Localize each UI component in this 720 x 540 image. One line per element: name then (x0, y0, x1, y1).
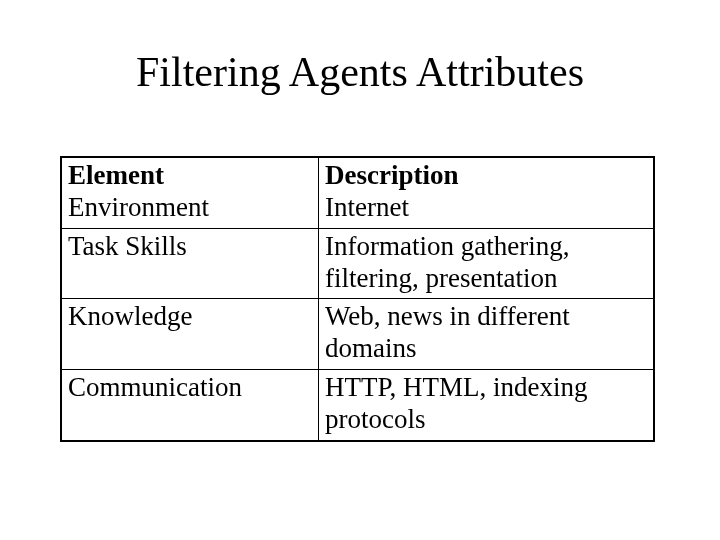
header-description: Description (318, 157, 654, 192)
cell-element: Task Skills (61, 228, 318, 299)
cell-element: Environment (61, 192, 318, 228)
table-row: Communication HTTP, HTML, indexing proto… (61, 370, 654, 441)
cell-element: Knowledge (61, 299, 318, 370)
cell-element: Communication (61, 370, 318, 441)
slide-title: Filtering Agents Attributes (0, 48, 720, 96)
header-element: Element (61, 157, 318, 192)
cell-description: Information gathering, filtering, presen… (318, 228, 654, 299)
table-row: Environment Internet (61, 192, 654, 228)
table-row: Knowledge Web, news in different domains (61, 299, 654, 370)
attributes-table: Element Description Environment Internet… (60, 156, 655, 442)
table-header-row: Element Description (61, 157, 654, 192)
slide: Filtering Agents Attributes Element Desc… (0, 0, 720, 540)
table-row: Task Skills Information gathering, filte… (61, 228, 654, 299)
cell-description: HTTP, HTML, indexing protocols (318, 370, 654, 441)
cell-description: Internet (318, 192, 654, 228)
cell-description: Web, news in different domains (318, 299, 654, 370)
